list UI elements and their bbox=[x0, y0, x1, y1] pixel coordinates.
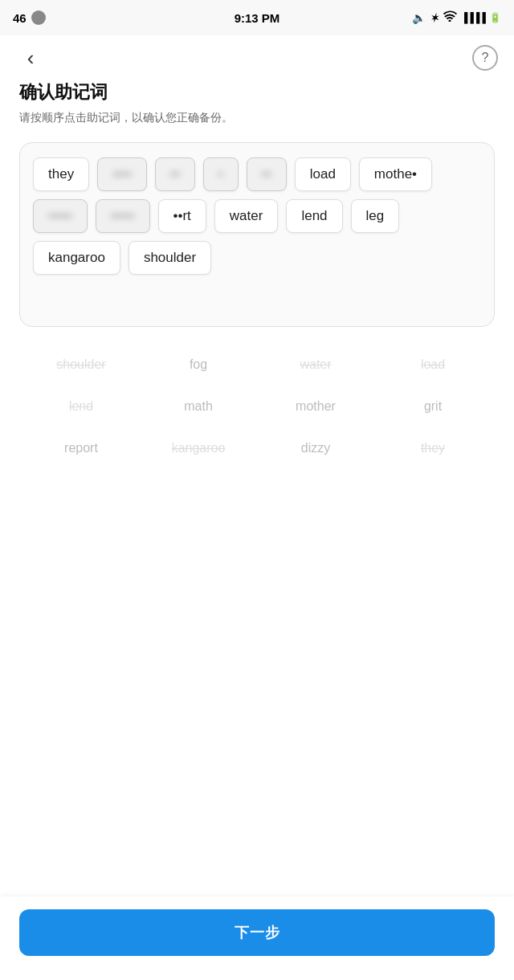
word-option[interactable]: dizzy bbox=[262, 435, 369, 462]
help-icon: ? bbox=[482, 51, 489, 65]
battery-icon: 🔋 bbox=[489, 12, 501, 23]
selected-word-chip[interactable]: water bbox=[214, 199, 279, 233]
bottom-area: 下一步 bbox=[0, 896, 514, 980]
volume-icon: 🔈 bbox=[412, 11, 426, 24]
words-grid: shoulderfogwaterloadlendmathmothergritre… bbox=[19, 351, 495, 462]
selected-word-chip[interactable]: ••••• bbox=[96, 199, 150, 233]
selected-word-chip[interactable]: lend bbox=[286, 199, 342, 233]
selected-word-chip[interactable]: kangaroo bbox=[33, 241, 120, 275]
selected-word-chip[interactable]: •• bbox=[155, 157, 195, 191]
page-title: 确认助记词 bbox=[19, 80, 495, 104]
word-option[interactable]: math bbox=[145, 393, 252, 420]
selected-word-chip[interactable]: •• bbox=[247, 157, 287, 191]
status-left: 46 bbox=[13, 10, 46, 25]
word-option: lend bbox=[27, 393, 135, 420]
word-option: kangaroo bbox=[145, 435, 252, 462]
word-option: water bbox=[262, 351, 369, 378]
selected-word-chip[interactable]: ••rt bbox=[158, 199, 206, 233]
page-content: 确认助记词 请按顺序点击助记词，以确认您正确备份。 they•••••••••l… bbox=[0, 80, 514, 462]
word-option: shoulder bbox=[27, 351, 135, 378]
selected-word-chip[interactable]: mothe• bbox=[359, 157, 432, 191]
word-option[interactable]: grit bbox=[379, 393, 487, 420]
selected-word-chip[interactable]: load bbox=[295, 157, 351, 191]
signal1-icon: ▐▐▐▐ bbox=[461, 12, 485, 23]
back-icon: ‹ bbox=[27, 46, 35, 71]
next-button[interactable]: 下一步 bbox=[19, 909, 495, 956]
page-subtitle: 请按顺序点击助记词，以确认您正确备份。 bbox=[19, 109, 495, 126]
word-option[interactable]: report bbox=[27, 435, 135, 462]
selected-word-chip[interactable]: leg bbox=[351, 199, 400, 233]
selected-word-chip[interactable]: they bbox=[33, 157, 89, 191]
selected-word-chip[interactable]: shoulder bbox=[128, 241, 211, 275]
word-option[interactable]: mother bbox=[262, 393, 369, 420]
help-button[interactable]: ? bbox=[472, 45, 498, 71]
word-option[interactable]: fog bbox=[145, 351, 252, 378]
word-option: load bbox=[379, 351, 487, 378]
selected-word-chip[interactable]: • bbox=[203, 157, 239, 191]
status-bar: 46 9:13 PM 🔈 ✶ ▐▐▐▐ 🔋 bbox=[0, 0, 514, 35]
back-button[interactable]: ‹ bbox=[16, 43, 45, 72]
selected-word-chip[interactable]: ••••• bbox=[33, 199, 88, 233]
status-icons: 🔈 ✶ ▐▐▐▐ 🔋 bbox=[412, 10, 501, 25]
bluetooth-icon: ✶ bbox=[430, 12, 439, 24]
wifi-icon bbox=[443, 10, 457, 25]
nav-bar: ‹ ? bbox=[0, 35, 514, 80]
status-app-number: 46 bbox=[13, 11, 27, 25]
status-dot-icon bbox=[31, 10, 46, 25]
word-option: they bbox=[379, 435, 487, 462]
status-time: 9:13 PM bbox=[235, 11, 280, 25]
selected-word-chip[interactable]: •••• bbox=[97, 157, 147, 191]
selected-words-box: they•••••••••loadmothe•••••••••••••rtwat… bbox=[19, 142, 495, 327]
